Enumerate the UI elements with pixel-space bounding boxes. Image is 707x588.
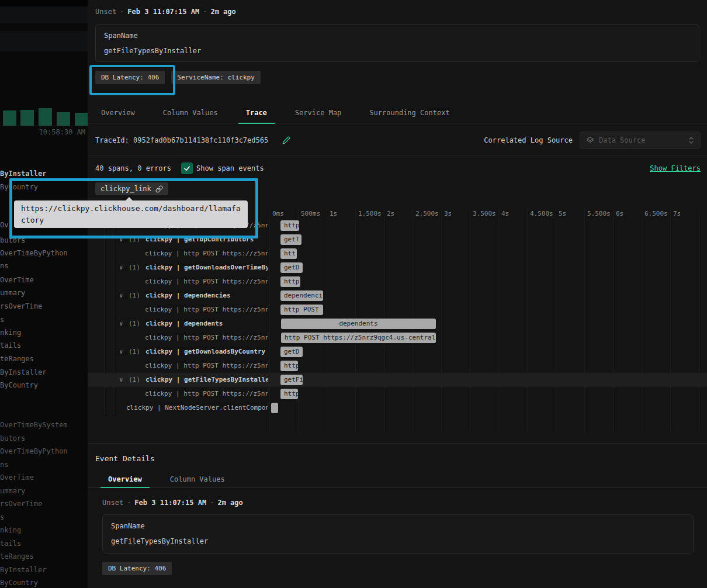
sidebar-list-item[interactable]: nking — [0, 327, 86, 338]
sidebar-list-item[interactable]: ns — [0, 459, 86, 470]
span-row-label: clickpy | http POST https://z5nrz — [88, 247, 268, 261]
sidebar-list-item[interactable]: rsOverTime — [0, 301, 86, 312]
sidebar-list-item[interactable]: ByInstaller — [0, 168, 86, 179]
chevron-down-icon[interactable]: ∨ — [119, 317, 129, 331]
sidebar-list-item[interactable]: butors — [0, 433, 86, 444]
span-duration-bar[interactable]: getT — [280, 234, 301, 245]
sidebar-list-item[interactable]: OverTimeByPython — [0, 446, 86, 456]
span-row[interactable]: clickpy | http POST https://z5nrzhttp — [88, 275, 707, 289]
span-name: clickpy | http POST https://z5nrz — [145, 278, 268, 285]
tab-overview[interactable]: Overview — [93, 103, 143, 124]
sidebar-list-item[interactable]: s — [0, 512, 86, 523]
separator: · — [203, 8, 207, 16]
sidebar-list-item[interactable]: OverTime — [0, 472, 86, 483]
tab-column-values[interactable]: Column Values — [155, 103, 226, 124]
sidebar-list-item[interactable]: teRanges — [0, 354, 86, 364]
sidebar-list-item[interactable]: OverTimeByPython — [0, 248, 86, 258]
sidebar-list-item[interactable]: ummary — [0, 288, 86, 298]
trace-detail-panel: Unset·Feb 3 11:07:15 AM·2m ago SpanName … — [88, 0, 707, 588]
span-row[interactable]: clickpy | http POST https://z5nrzhtt — [88, 247, 707, 261]
sidebar-list-item[interactable]: ByInstaller — [0, 367, 86, 378]
db-latency-badge[interactable]: DB Latency: 406 — [95, 71, 165, 84]
field-label: SpanName — [104, 32, 691, 40]
axis-tick-label: 5.500s — [587, 210, 611, 217]
sidebar-list-item[interactable]: tails — [0, 538, 86, 549]
span-duration-bar[interactable]: htt — [280, 248, 297, 259]
span-duration-bar[interactable]: dependenci — [280, 290, 323, 301]
clickpy-link-chip[interactable]: clickpy_link — [95, 182, 168, 195]
span-name: clickpy | http POST https://z5nrz — [145, 362, 268, 369]
sidebar-list-item[interactable]: ByCountry — [0, 577, 86, 588]
sidebar-list-item[interactable]: OverTime — [0, 275, 86, 285]
span-duration-bar[interactable]: http — [280, 276, 300, 287]
span-row[interactable]: ∨(1)clickpy | getTopContributorsgetT — [88, 233, 707, 247]
span-row[interactable]: clickpy | http POST https://z5nrzhttp — [88, 359, 707, 373]
span-duration-bar[interactable]: http — [280, 389, 298, 399]
tab-trace[interactable]: Trace — [238, 103, 275, 124]
attribute-badges: DB Latency: 406ServiceName: clickpy — [95, 71, 261, 84]
sidebar-list-item[interactable]: ByCountry — [0, 182, 86, 192]
status-text: Unset — [102, 499, 123, 507]
span-name-field: SpanName getFileTypesByInstaller — [102, 514, 694, 554]
span-duration-bar[interactable]: http POST https://z5nrz9qgc4.us-central — [281, 333, 436, 343]
sidebar-list-item[interactable]: tails — [0, 340, 86, 351]
sidebar-list-item[interactable]: ByCountry — [0, 380, 86, 390]
chevron-down-icon[interactable]: ∨ — [119, 261, 129, 275]
show-span-events-checkbox[interactable] — [181, 162, 193, 174]
relative-time: 2m ago — [217, 499, 242, 507]
span-status-line: Unset·Feb 3 11:07:15 AM·2m ago — [95, 8, 236, 16]
sidebar-list-item[interactable]: OverTimeBySystem — [0, 420, 86, 430]
span-row[interactable]: ∨(1)clickpy | getFileTypesByInstallerget… — [88, 373, 707, 387]
span-row[interactable]: ∨(1)clickpy | dependenciesdependenci — [88, 289, 707, 303]
axis-tick-label: 6.500s — [644, 210, 668, 217]
data-source-select[interactable]: Data Source — [580, 132, 701, 149]
tab-service-map[interactable]: Service Map — [287, 103, 349, 124]
sidebar-list-item[interactable]: teRanges — [0, 551, 86, 562]
sidebar-list-item[interactable]: rsOverTime — [0, 499, 86, 509]
sidebar-list-item[interactable]: s — [0, 314, 86, 325]
timestamp: Feb 3 11:07:15 AM — [134, 499, 206, 507]
sidebar-list-item[interactable]: nking — [0, 525, 86, 535]
span-duration-bar[interactable]: http — [280, 220, 299, 231]
sidebar-list-item[interactable]: butors — [0, 235, 86, 245]
axis-tick-label: 1.500s — [358, 210, 382, 217]
sidebar-list-item[interactable]: ByInstaller — [0, 565, 86, 575]
db-latency-badge[interactable]: DB Latency: 406 — [102, 562, 172, 575]
correlated-log-source-label: Correlated Log Source — [484, 136, 573, 144]
chevron-down-icon[interactable]: ∨ — [119, 345, 129, 359]
span-row[interactable]: ∨(1)clickpy | getDownloadsOverTimeBySget… — [88, 261, 707, 275]
span-duration-bar[interactable]: getFi — [280, 375, 303, 385]
event-tab-overview[interactable]: Overview — [100, 471, 150, 488]
span-row[interactable]: clickpy | http POST https://z5nrzhttp PO… — [88, 303, 707, 317]
span-row-label: ∨(1)clickpy | getFileTypesByInstaller — [88, 373, 268, 387]
child-count: (1) — [129, 348, 140, 355]
sidebar-list-item[interactable]: ummary — [0, 486, 86, 496]
tooltip-arrow — [125, 197, 133, 201]
span-row[interactable]: ∨(1)clickpy | dependentsdependents — [88, 317, 707, 331]
span-duration-bar[interactable]: getD — [280, 262, 303, 273]
span-duration-bar[interactable]: http — [280, 361, 298, 371]
span-row[interactable]: clickpy | http POST https://z5nrzhttp PO… — [88, 331, 707, 345]
span-duration-bar[interactable]: dependents — [281, 319, 436, 329]
span-duration-bar[interactable]: getD — [280, 347, 303, 357]
show-span-events-label[interactable]: Show span events — [196, 164, 264, 172]
chevron-down-icon[interactable]: ∨ — [119, 233, 129, 247]
span-duration-bar[interactable]: http POST — [280, 305, 323, 315]
data-source-placeholder: Data Source — [599, 136, 684, 144]
sidebar-list-item[interactable]: ns — [0, 261, 86, 271]
span-name: clickpy | http POST https://z5nrz — [145, 306, 268, 313]
divider — [88, 155, 707, 156]
event-tab-column-values[interactable]: Column Values — [162, 471, 233, 488]
span-row[interactable]: clickpy | http POST https://z5nrzhttp — [88, 387, 707, 401]
tab-surrounding-context[interactable]: Surrounding Context — [362, 103, 457, 124]
chevron-down-icon[interactable]: ∨ — [119, 289, 129, 303]
span-row[interactable]: clickpy | NextNodeServer.clientCompone — [88, 401, 707, 415]
span-duration-bar[interactable] — [271, 403, 278, 413]
show-filters-link[interactable]: Show Filters — [650, 164, 701, 172]
chevron-down-icon[interactable]: ∨ — [119, 373, 129, 387]
edit-trace-id-button[interactable] — [282, 136, 290, 144]
axis-tick-label: 6s — [616, 210, 623, 217]
span-row-label: clickpy | http POST https://z5nrz — [88, 331, 268, 345]
service-name-badge[interactable]: ServiceName: clickpy — [171, 71, 260, 84]
span-row[interactable]: ∨(1)clickpy | getDownloadsByCountrygetD — [88, 345, 707, 359]
